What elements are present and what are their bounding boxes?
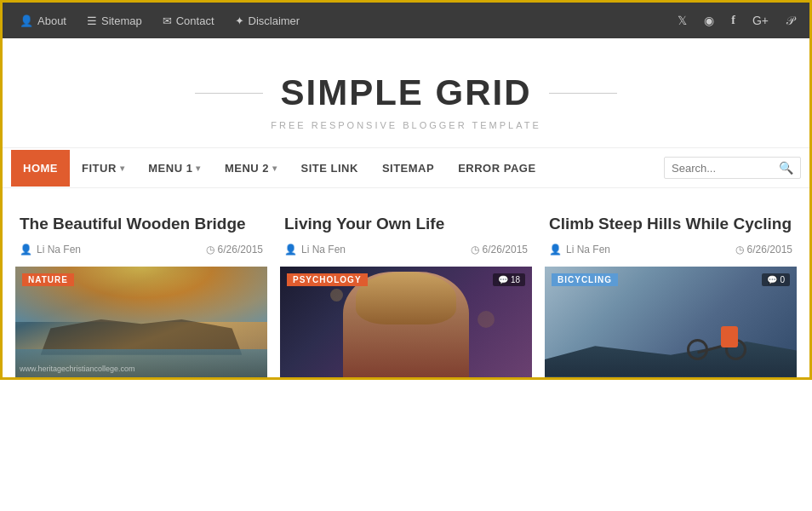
chevron-down-icon: ▾ xyxy=(196,164,201,173)
site-header: SIMPLE GRID FREE RESPONSIVE BLOGGER TEMP… xyxy=(3,38,809,147)
nav-menu2[interactable]: MENU 2 ▾ xyxy=(213,150,289,187)
search-box[interactable]: 🔍 xyxy=(664,157,801,179)
clock-icon-1: ◷ xyxy=(206,244,214,256)
post-meta-1: 👤 Li Na Fen ◷ 6/26/2015 xyxy=(20,244,263,256)
post-author-2: 👤 Li Na Fen xyxy=(284,244,346,256)
comment-count-2: 💬 18 xyxy=(493,273,525,286)
nav-menu2-label: MENU 2 xyxy=(225,162,269,175)
post-title-1[interactable]: The Beautiful Wooden Bridge xyxy=(20,214,263,235)
nav-errorpage-label: ERROR PAGE xyxy=(458,162,535,175)
person-icon: 👤 xyxy=(549,244,562,256)
chevron-down-icon: ▾ xyxy=(120,164,125,173)
nav-home-label: HOME xyxy=(23,162,58,175)
header-line-right xyxy=(549,93,617,94)
nav-sitemap[interactable]: SITEMAP xyxy=(370,150,446,187)
posts-images-row: NATURE PSYCHOLOGY 💬 18 xyxy=(15,267,797,377)
list-icon: ☰ xyxy=(87,14,97,27)
contact-link[interactable]: ✉ Contact xyxy=(154,9,223,32)
nav-menu1[interactable]: MENU 1 ▾ xyxy=(136,150,213,187)
site-title: SIMPLE GRID xyxy=(280,72,531,113)
date-value-2: 6/26/2015 xyxy=(483,244,528,256)
author-name-1: Li Na Fen xyxy=(37,244,81,256)
post-author-3: 👤 Li Na Fen xyxy=(549,244,610,256)
comment-number-2: 18 xyxy=(511,275,520,284)
nav-sitemap-label: SITEMAP xyxy=(382,162,434,175)
about-label: About xyxy=(37,14,66,27)
nav-fitur-label: FITUR xyxy=(82,162,117,175)
nav-fitur[interactable]: FITUR ▾ xyxy=(70,150,136,187)
nav-sitelink[interactable]: SITE LINK xyxy=(289,150,370,187)
social-links: 𝕏 ◉ f G+ 𝒫 xyxy=(671,9,801,33)
date-value-3: 6/26/2015 xyxy=(747,244,792,256)
nav-sitelink-label: SITE LINK xyxy=(301,162,358,175)
disclaimer-label: Disclaimer xyxy=(249,14,300,27)
post-date-1: ◷ 6/26/2015 xyxy=(206,244,263,256)
person-icon: 👤 xyxy=(284,244,297,256)
envelope-icon: ✉ xyxy=(163,14,172,27)
author-name-3: Li Na Fen xyxy=(566,244,610,256)
post-date-3: ◷ 6/26/2015 xyxy=(735,244,792,256)
header-line-left xyxy=(195,93,263,94)
posts-titles-row: The Beautiful Wooden Bridge 👤 Li Na Fen … xyxy=(15,205,797,260)
post-title-block-3: Climb Steep Hills While Cycling 👤 Li Na … xyxy=(545,205,797,260)
shield-icon: ✦ xyxy=(235,14,244,27)
googleplus-icon[interactable]: G+ xyxy=(746,9,775,33)
site-subtitle: FREE RESPONSIVE BLOGGER TEMPLATE xyxy=(20,120,792,130)
nav-menu1-label: MENU 1 xyxy=(148,162,192,175)
contact-label: Contact xyxy=(176,14,214,27)
search-icon[interactable]: 🔍 xyxy=(779,161,793,175)
header-decoration: SIMPLE GRID xyxy=(20,72,792,113)
content-area: The Beautiful Wooden Bridge 👤 Li Na Fen … xyxy=(3,188,809,377)
post-meta-2: 👤 Li Na Fen ◷ 6/26/2015 xyxy=(284,244,528,256)
comment-icon-3: 💬 xyxy=(767,275,777,284)
sitemap-label: Sitemap xyxy=(101,14,142,27)
nav-home[interactable]: HOME xyxy=(11,150,70,187)
nav-errorpage[interactable]: ERROR PAGE xyxy=(446,150,547,187)
date-value-1: 6/26/2015 xyxy=(218,244,263,256)
category-badge-3[interactable]: BICYCLING xyxy=(552,273,618,286)
post-image-3[interactable]: BICYCLING 💬 0 xyxy=(545,267,797,377)
category-badge-2[interactable]: PSYCHOLOGY xyxy=(287,273,368,286)
post-meta-3: 👤 Li Na Fen ◷ 6/26/2015 xyxy=(549,244,792,256)
category-badge-1[interactable]: NATURE xyxy=(22,273,74,286)
top-nav-left: 👤 About ☰ Sitemap ✉ Contact ✦ Disclaimer xyxy=(11,9,308,32)
post-image-2[interactable]: PSYCHOLOGY 💬 18 xyxy=(280,267,532,377)
author-name-2: Li Na Fen xyxy=(301,244,346,256)
post-title-block-2: Living Your Own Life 👤 Li Na Fen ◷ 6/26/… xyxy=(280,205,532,260)
comment-count-3: 💬 0 xyxy=(762,273,790,286)
comment-number-3: 0 xyxy=(780,275,785,284)
comment-icon-2: 💬 xyxy=(498,275,508,284)
clock-icon-3: ◷ xyxy=(735,244,744,256)
main-navigation: HOME FITUR ▾ MENU 1 ▾ MENU 2 ▾ SITE LINK… xyxy=(3,147,809,188)
post-author-1: 👤 Li Na Fen xyxy=(20,244,81,256)
search-input[interactable] xyxy=(672,162,774,175)
disclaimer-link[interactable]: ✦ Disclaimer xyxy=(226,9,309,32)
facebook-icon[interactable]: f xyxy=(724,9,742,33)
top-navigation: 👤 About ☰ Sitemap ✉ Contact ✦ Disclaimer… xyxy=(3,3,809,38)
nav-items-group: HOME FITUR ▾ MENU 1 ▾ MENU 2 ▾ SITE LINK… xyxy=(11,150,664,187)
person-icon: 👤 xyxy=(20,14,33,27)
instagram-icon[interactable]: ◉ xyxy=(697,9,721,33)
sitemap-link[interactable]: ☰ Sitemap xyxy=(78,9,151,32)
person-icon: 👤 xyxy=(20,244,32,256)
post-title-block-1: The Beautiful Wooden Bridge 👤 Li Na Fen … xyxy=(15,205,267,260)
post-title-2[interactable]: Living Your Own Life xyxy=(284,214,528,235)
post-date-2: ◷ 6/26/2015 xyxy=(471,244,528,256)
post-title-3[interactable]: Climb Steep Hills While Cycling xyxy=(549,214,792,235)
post-image-1[interactable]: NATURE xyxy=(15,267,267,377)
clock-icon-2: ◷ xyxy=(471,244,479,256)
twitter-icon[interactable]: 𝕏 xyxy=(671,9,694,33)
about-link[interactable]: 👤 About xyxy=(11,9,75,32)
pinterest-icon[interactable]: 𝒫 xyxy=(779,9,801,33)
chevron-down-icon: ▾ xyxy=(272,164,277,173)
